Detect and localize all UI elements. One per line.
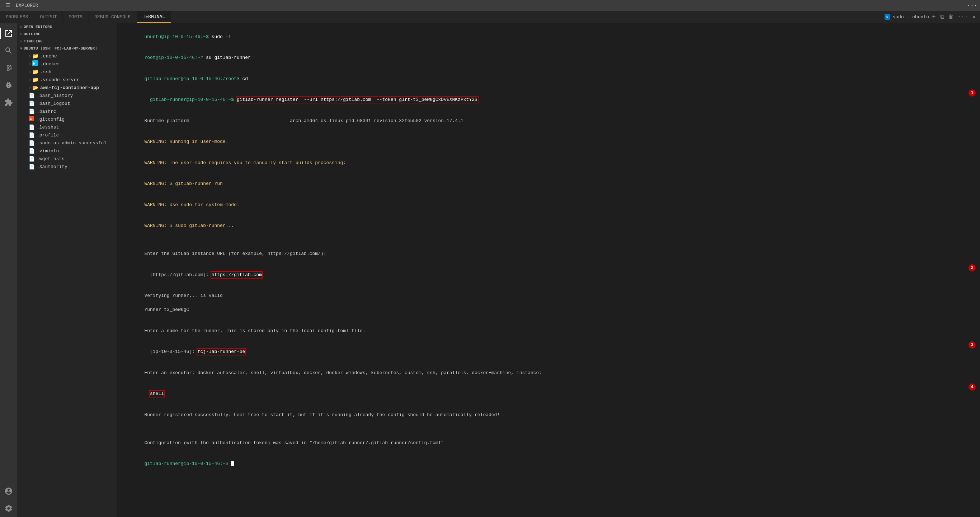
- name-prompt-text: Enter a name for the runner. This is sto…: [144, 328, 365, 333]
- sidebar: ▷ OPEN EDITORS ▷ OUTLINE ▷ TIMELINE ▼ UB…: [17, 23, 118, 517]
- warn-5: WARNING: $ sudo gitlab-runner...: [144, 223, 234, 228]
- url-input-prefix: [https://gitlab.com]:: [150, 272, 212, 278]
- file-gitconfig[interactable]: G .gitconfig: [26, 115, 117, 123]
- activity-explorer[interactable]: [0, 25, 17, 42]
- tab-debug-console[interactable]: DEBUG CONSOLE: [89, 11, 137, 23]
- file-wget-hsts[interactable]: 📄 .wget-hsts: [26, 155, 117, 163]
- name-input-value: fcj-lab-runner-be: [198, 349, 245, 354]
- file-profile[interactable]: 📄 .profile: [26, 131, 117, 139]
- folder-aws[interactable]: ▷ 📂 aws-fcj-container-app: [26, 84, 117, 91]
- outline-header[interactable]: ▷ OUTLINE: [17, 30, 117, 38]
- activity-search[interactable]: [0, 42, 17, 59]
- terminal[interactable]: ubuntu@ip-10-0-15-46:~$ sudo -i root@ip-…: [118, 23, 980, 517]
- terminal-line-runtime: Runtime platform arch=amd64 os=linux pid…: [122, 110, 976, 131]
- cmd-3: cd: [240, 76, 248, 81]
- file-icon-lesshst: 📄: [29, 124, 35, 130]
- file-viminfo[interactable]: 📄 .viminfo: [26, 147, 117, 155]
- file-lesshst[interactable]: 📄 .lesshst: [26, 123, 117, 131]
- shell-input-content: shell: [122, 383, 967, 405]
- verify-left: Verifying runner... is valid: [144, 293, 223, 298]
- name-input-content: [ip-10-0-15-46]: fcj-lab-runner-be: [122, 341, 967, 362]
- folder-name-docker: .docker: [40, 61, 60, 67]
- terminal-line-2: root@ip-10-0-15-46:~# su gitlab-runner: [122, 47, 976, 69]
- file-bash-logout[interactable]: 📄 .bash_logout: [26, 99, 117, 107]
- file-icon-xauthority: 📄: [29, 164, 35, 170]
- badge-4: 4: [969, 383, 976, 391]
- hamburger-menu[interactable]: ☰: [3, 0, 13, 10]
- folder-name-ssh: .ssh: [40, 69, 51, 75]
- file-bashrc[interactable]: 📄 .bashrc: [26, 107, 117, 115]
- panel-tab-bar: PROBLEMS OUTPUT PORTS DEBUG CONSOLE TERM…: [0, 11, 980, 23]
- terminal-line-warn2: WARNING: The user-mode requires you to m…: [122, 152, 976, 173]
- folder-ssh[interactable]: ▷ 📁 .ssh: [26, 68, 117, 76]
- trash-terminal-btn[interactable]: 🗑: [947, 14, 955, 20]
- terminal-line-4: gitlab-runner@ip-10-0-15-46:~$ gitlab-ru…: [122, 89, 976, 110]
- terminal-line-url-input: [https://gitlab.com]: https://gitlab.com…: [122, 264, 976, 286]
- open-editors-header[interactable]: ▷ OPEN EDITORS: [17, 23, 117, 30]
- activity-bar: [0, 23, 17, 517]
- final-prompt: gitlab-runner@ip-10-0-15-46:~$: [144, 461, 228, 466]
- terminal-line-success: Runner registered successfully. Feel fre…: [122, 404, 976, 426]
- file-bash-history[interactable]: 📄 .bash_history: [26, 91, 117, 99]
- badge-3: 3: [969, 341, 976, 349]
- svg-text:G: G: [30, 117, 32, 121]
- server-label: UBUNTU [SSH: FCJ-LAB-MY-SERVER]: [24, 46, 97, 51]
- activity-account[interactable]: [0, 482, 17, 500]
- activity-extensions[interactable]: [0, 94, 17, 111]
- svg-text:D: D: [33, 62, 35, 66]
- cmd-4: [234, 97, 237, 102]
- terminal-vscode-icon: S: [885, 14, 890, 20]
- cursor: █: [228, 461, 234, 466]
- file-name-lesshst: .lesshst: [37, 124, 59, 130]
- file-icon-gitconfig: G: [29, 116, 35, 123]
- config-text: Configuration (with the authentication t…: [144, 440, 444, 445]
- file-icon-profile: 📄: [29, 132, 35, 138]
- executor-prompt-text: Enter an executor: docker-autoscaler, sh…: [144, 370, 542, 375]
- terminal-line-warn4: WARNING: Use sudo for system-mode:: [122, 194, 976, 215]
- folder-icon-aws: 📂: [32, 85, 38, 91]
- file-list: 📄 .bash_history 📄 .bash_logout 📄 .bashrc…: [17, 91, 117, 171]
- terminal-line-executor-prompt: Enter an executor: docker-autoscaler, sh…: [122, 362, 976, 383]
- folder-arrow-cache: ▷: [29, 54, 31, 58]
- server-header[interactable]: ▼ UBUNTU [SSH: FCJ-LAB-MY-SERVER]: [17, 45, 117, 52]
- name-input-prefix: [ip-10-0-15-46]:: [150, 349, 198, 354]
- file-name-gitconfig: .gitconfig: [37, 116, 65, 122]
- terminal-line-name-prompt: Enter a name for the runner. This is sto…: [122, 320, 976, 341]
- explorer-label: EXPLORER: [16, 3, 966, 8]
- folder-vscode-server[interactable]: ▷ 📁 .vscode-server: [26, 76, 117, 84]
- more-terminal-btn[interactable]: ···: [956, 14, 970, 20]
- cmd-1: sudo -i: [209, 34, 231, 40]
- file-xauthority[interactable]: 📄 .Xauthority: [26, 163, 117, 171]
- more-actions-btn[interactable]: ···: [967, 0, 977, 10]
- add-terminal-btn[interactable]: +: [931, 13, 937, 21]
- close-terminal-btn[interactable]: ✕: [970, 13, 977, 21]
- folder-docker[interactable]: ▷ D .docker: [26, 60, 117, 68]
- tab-output[interactable]: OUTPUT: [34, 11, 63, 23]
- folder-name-aws: aws-fcj-container-app: [40, 85, 99, 91]
- tab-terminal[interactable]: TERMINAL: [137, 11, 171, 23]
- file-sudo[interactable]: 📄 .sudo_as_admin_successful: [26, 139, 117, 147]
- file-name-viminfo: .viminfo: [37, 148, 59, 154]
- prompt-2: root@ip-10-0-15-46:~#: [144, 55, 203, 60]
- badge-1: 1: [969, 89, 976, 97]
- file-icon-bashrc: 📄: [29, 109, 35, 115]
- folder-icon-cache: 📁: [32, 53, 38, 59]
- file-name-profile: .profile: [37, 132, 59, 138]
- file-icon-bash-history: 📄: [29, 93, 35, 99]
- terminal-line-verify: Verifying runner... is valid runner=t3_p…: [122, 286, 976, 321]
- activity-source-control[interactable]: [0, 59, 17, 77]
- content-area: ubuntu@ip-10-0-15-46:~$ sudo -i root@ip-…: [118, 23, 980, 517]
- activity-debug[interactable]: [0, 77, 17, 94]
- tab-ports[interactable]: PORTS: [63, 11, 89, 23]
- timeline-label: TIMELINE: [24, 39, 43, 43]
- tab-problems[interactable]: PROBLEMS: [0, 11, 34, 23]
- split-terminal-btn[interactable]: ⧉: [939, 14, 945, 21]
- sudo-label: sudo - ubuntu: [892, 14, 929, 20]
- terminal-line-config: Configuration (with the authentication t…: [122, 432, 976, 453]
- activity-settings[interactable]: [0, 500, 17, 517]
- folder-cache[interactable]: ▷ 📁 .cache: [26, 52, 117, 60]
- timeline-header[interactable]: ▷ TIMELINE: [17, 38, 117, 45]
- shell-input-value: shell: [150, 391, 164, 396]
- terminal-blank-1: [122, 236, 976, 243]
- file-icon-viminfo: 📄: [29, 148, 35, 154]
